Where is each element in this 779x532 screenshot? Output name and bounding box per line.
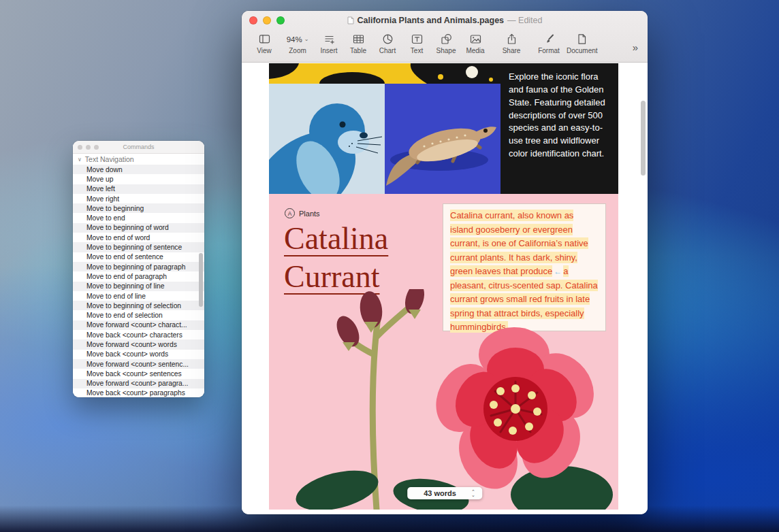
share-icon	[506, 32, 518, 46]
command-item[interactable]: Move back <count> words	[73, 350, 204, 359]
pages-titlebar[interactable]: California Plants and Animals.pages — Ed…	[242, 11, 648, 30]
command-item[interactable]: Move to beginning of selection	[73, 301, 204, 310]
window-title: California Plants and Animals.pages — Ed…	[242, 16, 648, 25]
intro-text-panel[interactable]: Explore the iconic flora and fauna of th…	[500, 63, 618, 194]
command-item[interactable]: Move down	[73, 165, 204, 174]
document-canvas[interactable]: Explore the iconic flora and fauna of th…	[242, 63, 648, 514]
fullscreen-button[interactable]	[276, 16, 285, 24]
edited-status: — Edited	[507, 16, 542, 25]
toolbar-chart-button[interactable]: Chart	[376, 32, 399, 54]
banner-illustration[interactable]	[269, 63, 500, 84]
pages-window: California Plants and Animals.pages — Ed…	[242, 11, 648, 514]
seal-image[interactable]	[269, 84, 385, 194]
yellow-pattern-art	[269, 63, 500, 84]
lizard-illustration	[385, 84, 500, 194]
toolbar-zoom-control[interactable]: 94% ⌄ Zoom	[286, 32, 309, 54]
section-text-navigation[interactable]: ∨ Text Navigation	[73, 154, 204, 165]
command-item[interactable]: Move back <count> paragraphs	[73, 388, 204, 397]
document-proxy-icon	[347, 16, 354, 24]
command-item[interactable]: Move to beginning	[73, 203, 204, 213]
media-icon	[470, 32, 481, 46]
minimize-button[interactable]	[86, 145, 91, 150]
text-icon	[411, 32, 423, 46]
command-item[interactable]: Move forward <count> sentenc...	[73, 359, 204, 369]
word-count-control[interactable]: 43 words ⌃ ⌄	[407, 487, 482, 499]
toolbar-shape-button[interactable]: Shape	[434, 32, 458, 54]
commands-titlebar[interactable]: Commands	[73, 141, 204, 154]
category-text: Plants	[299, 210, 320, 218]
command-item[interactable]: Move to beginning of word	[73, 223, 204, 233]
table-icon	[353, 32, 364, 46]
word-count-stepper-icon[interactable]: ⌃ ⌄	[471, 490, 475, 497]
view-sidebar-icon	[259, 32, 270, 46]
toolbar-text-button[interactable]: Text	[405, 32, 428, 54]
close-button[interactable]	[249, 16, 257, 24]
toolbar-insert-button[interactable]: Insert	[317, 32, 340, 54]
document-title: California Plants and Animals.pages	[357, 16, 505, 25]
window-controls	[249, 16, 285, 24]
command-item[interactable]: Move to end of line	[73, 291, 204, 301]
toolbar-share-button[interactable]: Share	[500, 32, 523, 54]
commands-body: ∨ Text Navigation Move down Move up Move…	[73, 154, 204, 397]
command-item[interactable]: Move right	[73, 194, 204, 203]
command-item[interactable]: Move back <count> sentences	[73, 369, 204, 378]
document-icon	[576, 32, 588, 46]
toolbar-table-button[interactable]: Table	[347, 32, 370, 54]
window-chrome: California Plants and Animals.pages — Ed…	[242, 11, 648, 63]
window-controls	[78, 145, 99, 150]
toolbar-overflow-button[interactable]: »	[633, 41, 639, 53]
zoom-button[interactable]	[94, 145, 99, 150]
minimize-button[interactable]	[263, 16, 271, 24]
zoom-value: 94% ⌄	[287, 32, 309, 46]
word-count-label: 43 words	[424, 489, 456, 497]
article-heading[interactable]: CatalinaCurrant	[284, 220, 388, 296]
currant-flower-illustration[interactable]	[269, 289, 618, 510]
lizard-image[interactable]	[385, 84, 500, 194]
close-button[interactable]	[78, 145, 82, 150]
toolbar-view-button[interactable]: View	[253, 32, 276, 54]
command-item[interactable]: Move to end of selection	[73, 310, 204, 320]
chevron-down-icon: ⌄	[304, 36, 309, 42]
seal-illustration	[269, 84, 385, 194]
pink-article-section[interactable]: A Plants CatalinaCurrant Catalina curran…	[269, 194, 618, 510]
toolbar-format-button[interactable]: Format	[537, 32, 560, 54]
command-item[interactable]: Move to end of paragraph	[73, 271, 204, 281]
command-item[interactable]: Move to beginning of paragraph	[73, 262, 204, 271]
commands-list: Move down Move up Move left Move right M…	[73, 165, 204, 397]
commands-scrollbar-thumb[interactable]	[199, 253, 203, 307]
line-break-marker-icon: ←	[552, 267, 563, 276]
command-item[interactable]: Move up	[73, 174, 204, 184]
command-item[interactable]: Move to end of word	[73, 233, 204, 242]
command-item[interactable]: Move left	[73, 184, 204, 194]
command-item[interactable]: Move to end	[73, 213, 204, 222]
command-item[interactable]: Move to beginning of line	[73, 282, 204, 291]
toolbar: View 94% ⌄ Zoom Insert	[242, 30, 648, 62]
toolbar-media-button[interactable]: Media	[464, 32, 487, 54]
command-item[interactable]: Move back <count> characters	[73, 330, 204, 339]
document-scrollbar-thumb[interactable]	[641, 101, 646, 176]
command-item[interactable]: Move to beginning of sentence	[73, 242, 204, 252]
command-item[interactable]: Move to end of sentence	[73, 252, 204, 262]
chart-icon	[382, 32, 394, 46]
commands-window: Commands ∨ Text Navigation Move down Mov…	[73, 141, 204, 397]
command-item[interactable]: Move forward <count> paragra...	[73, 379, 204, 388]
chevron-down-icon: ∨	[78, 156, 82, 163]
section-label: Text Navigation	[85, 155, 134, 163]
command-item[interactable]: Move forward <count> words	[73, 339, 204, 349]
category-label: A Plants	[285, 208, 320, 218]
command-item[interactable]: Move forward <count> charact...	[73, 320, 204, 330]
circled-a-icon: A	[285, 208, 295, 218]
toolbar-document-button[interactable]: Document	[567, 32, 598, 54]
format-brush-icon	[543, 32, 555, 46]
insert-icon	[323, 32, 335, 46]
shape-icon	[441, 32, 452, 46]
intro-text: Explore the iconic flora and fauna of th…	[509, 71, 605, 159]
